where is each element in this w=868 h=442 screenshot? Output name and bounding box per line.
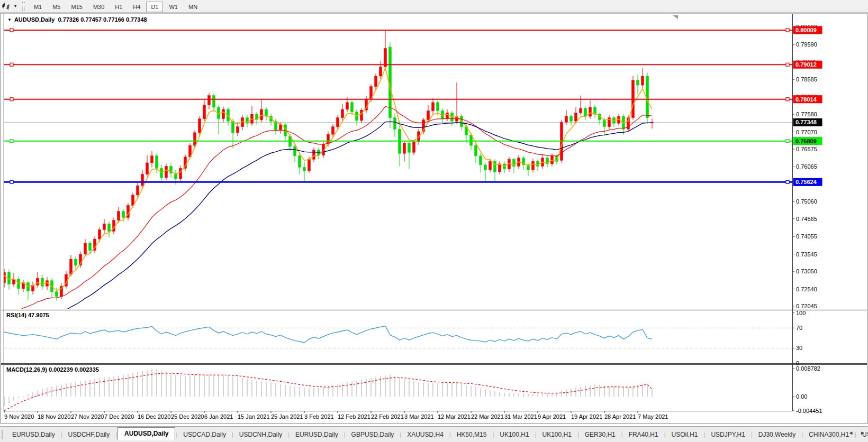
date-tick-label: 3 Mar 2021 [404, 413, 434, 420]
price-badge-label: 0.76809 [795, 138, 817, 144]
hline-handle[interactable] [10, 63, 13, 66]
tabbar-grip[interactable] [2, 430, 3, 439]
price-tick-label: 0.72045 [796, 303, 817, 309]
price-badge-label: 0.79012 [795, 61, 817, 68]
price-badge-label: 0.80009 [795, 27, 817, 33]
tab-gbpusd-daily[interactable]: GBPUSD,Daily [346, 429, 400, 440]
rsi-axis-label: 30 [796, 345, 802, 351]
tab-scroll-right-icon[interactable]: ► [860, 430, 865, 436]
tab-xauusd-h4[interactable]: XAUUSD,H4 [402, 429, 449, 440]
hline-handle[interactable] [10, 29, 13, 32]
ohlc-open: 0.77326 [58, 16, 79, 23]
chart-window[interactable]: 0.801000.795900.790850.785850.780800.775… [0, 0, 868, 429]
tab-scroll-left-icon[interactable]: ◄ [848, 430, 853, 436]
price-badge-label: 0.75624 [795, 179, 817, 185]
macd-axis-label: 0.00 [796, 393, 807, 400]
tab-usdchf-daily[interactable]: USDCHF,Daily [63, 429, 115, 440]
tab-uk100-h1[interactable]: UK100,H1 [494, 429, 534, 440]
ohlc-low: 0.77166 [103, 16, 124, 23]
macd-indicator-label: MACD(12,26,9) 0.002239 0.002335 [6, 366, 99, 373]
price-tick-label: 0.74565 [796, 216, 817, 222]
price-tick-label: 0.74055 [796, 233, 817, 240]
price-tick-label: 0.75060 [796, 198, 817, 205]
tab-usdjpy-h1[interactable]: USDJPY,H1 [706, 429, 750, 440]
tab-eurusd-daily[interactable]: EURUSD,Daily [7, 429, 60, 440]
chart-background [0, 13, 868, 423]
price-badge-label: 0.78014 [795, 96, 817, 103]
date-tick-label: 15 Jan 2021 [238, 413, 270, 420]
date-tick-label: 7 Dec 2020 [104, 413, 134, 420]
date-tick-label: 25 Dec 2020 [171, 413, 204, 420]
chart-title: ▼AUDUSD,Daily 0.77326 0.77457 0.77166 0.… [7, 16, 147, 23]
tab-scroll-arrows: ◄ ► [843, 430, 865, 436]
symbol-dropdown-triangle-icon[interactable]: ▼ [7, 17, 12, 22]
price-tick-label: 0.76575 [796, 146, 817, 152]
date-tick-label: 31 Mar 2021 [504, 413, 537, 420]
macd-main-value: 0.002239 [49, 366, 73, 373]
price-tick-label: 0.79590 [796, 41, 817, 48]
hline-handle[interactable] [786, 140, 789, 143]
ohlc-close: 0.77348 [126, 16, 147, 23]
tab-uk100-h1[interactable]: UK100,H1 [537, 429, 577, 440]
macd-signal-value: 0.002335 [75, 366, 99, 373]
date-tick-label: 9 Nov 2020 [4, 413, 34, 420]
date-tick-label: 3 Feb 2021 [304, 413, 334, 420]
price-tick-label: 0.76065 [796, 163, 817, 170]
price-tick-label: 0.72540 [796, 286, 817, 292]
date-tick-label: 27 Nov 2020 [71, 413, 104, 420]
date-tick-label: 7 May 2021 [638, 413, 668, 420]
date-tick-label: 19 Apr 2021 [571, 413, 602, 420]
tab-hk50-m15[interactable]: HK50,M15 [451, 429, 492, 440]
price-badge-label: 0.77348 [795, 119, 817, 125]
tab-fra40-h1[interactable]: FRA40,H1 [623, 429, 664, 440]
hline-handle[interactable] [10, 180, 13, 183]
chart-symbol-period: AUDUSD,Daily [14, 16, 55, 23]
tab-usdcnh-daily[interactable]: USDCNH,Daily [234, 429, 287, 440]
date-tick-label: 6 Jan 2021 [204, 413, 233, 420]
date-tick-label: 9 Apr 2021 [538, 413, 566, 420]
ohlc-high: 0.77457 [80, 16, 102, 23]
date-tick-label: 12 Feb 2021 [338, 413, 370, 420]
hline-handle[interactable] [786, 63, 789, 66]
macd-axis-label: -0.004451 [796, 408, 822, 414]
tab-audusd-daily[interactable]: AUDUSD,Daily [117, 427, 175, 440]
hline-handle[interactable] [10, 140, 13, 143]
price-tick-label: 0.78585 [796, 76, 817, 82]
date-tick-label: 22 Mar 2021 [471, 413, 504, 420]
hline-handle[interactable] [10, 98, 13, 101]
date-tick-label: 16 Dec 2020 [138, 413, 170, 420]
macd-axis-label: 0.008782 [796, 365, 820, 372]
tab-ger30-h1[interactable]: GER30,H1 [580, 429, 621, 440]
price-tick-label: 0.77580 [796, 111, 817, 117]
rsi-axis-label: 70 [796, 325, 802, 331]
tab-usdcad-daily[interactable]: USDCAD,Daily [178, 429, 231, 440]
hline-handle[interactable] [786, 98, 789, 101]
hline-handle[interactable] [786, 180, 789, 183]
mt4-application-window: ▼ M1M5M15M30H1H4D1W1MN 0.801000.795900.7… [0, 0, 868, 442]
hline-handle[interactable] [786, 29, 789, 32]
date-tick-label: 12 Mar 2021 [438, 413, 471, 420]
price-tick-label: 0.73050 [796, 268, 817, 274]
tab-dj30-weekly[interactable]: DJ30,Weekly [753, 429, 801, 440]
rsi-current-value: 47.9075 [28, 312, 49, 318]
tab-usoil-h1[interactable]: USOil,H1 [666, 429, 703, 440]
date-tick-label: 28 Apr 2021 [604, 413, 636, 420]
rsi-axis-label: 100 [796, 310, 806, 316]
date-tick-label: 22 Feb 2021 [371, 413, 404, 420]
price-tick-label: 0.77070 [796, 129, 817, 135]
date-tick-label: 18 Nov 2020 [38, 413, 70, 420]
rsi-indicator-label: RSI(14) 47.9075 [6, 312, 49, 318]
chart-tab-bar: EURUSD,Daily|USDCHF,Daily|AUDUSD,Daily|U… [0, 426, 868, 442]
price-tick-label: 0.73545 [796, 251, 817, 257]
date-tick-label: 25 Jan 2021 [271, 413, 303, 420]
tab-eurusd-daily[interactable]: EURUSD,Daily [290, 429, 343, 440]
